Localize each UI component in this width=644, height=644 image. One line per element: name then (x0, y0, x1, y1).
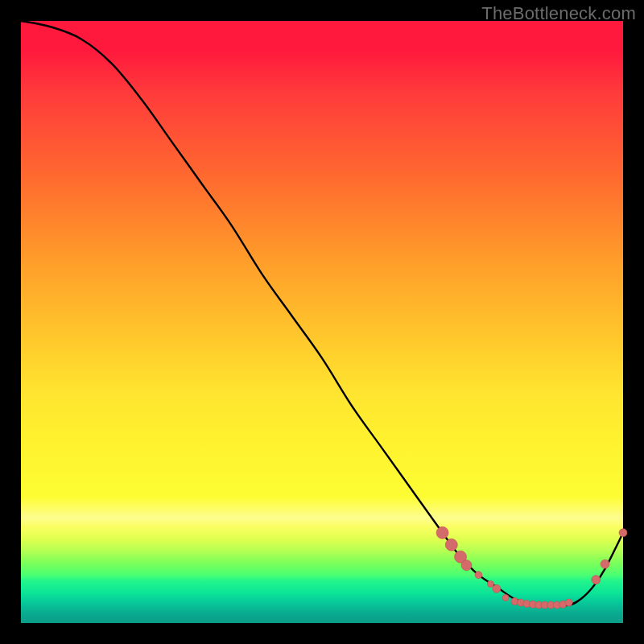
marker-group (436, 526, 627, 609)
data-marker (461, 560, 472, 571)
data-marker (487, 580, 493, 587)
bottleneck-curve (21, 21, 623, 605)
data-marker (493, 584, 501, 592)
watermark-text: TheBottleneck.com (481, 3, 636, 24)
data-marker (592, 576, 601, 584)
chart-stage: TheBottleneck.com (0, 0, 644, 644)
data-marker (436, 526, 448, 539)
plot-area (21, 21, 623, 623)
data-marker (565, 599, 572, 606)
data-marker (502, 595, 509, 601)
data-marker (601, 559, 609, 568)
chart-svg (21, 21, 623, 623)
data-marker (445, 539, 457, 551)
data-marker (475, 572, 482, 579)
data-marker (619, 529, 627, 537)
